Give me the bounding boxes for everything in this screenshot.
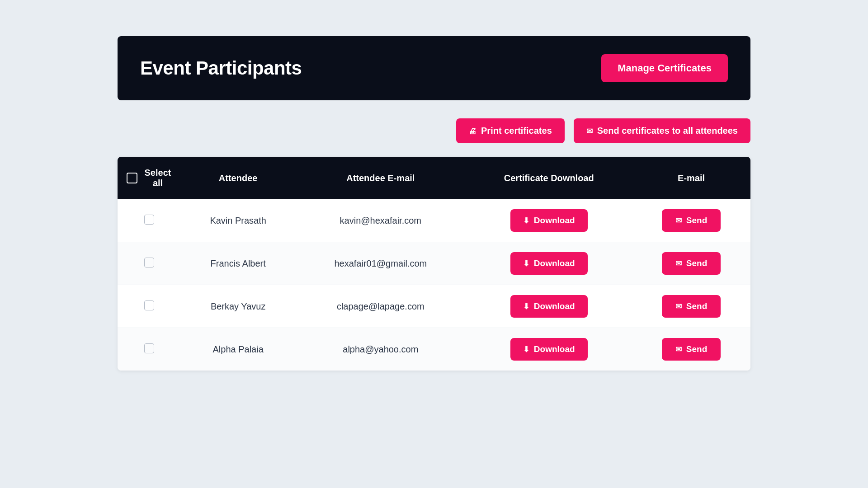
download-button-3[interactable]: Download: [510, 338, 588, 361]
attendee-name-cell: Francis Albert: [181, 242, 295, 285]
send-icon-2: [675, 301, 682, 311]
participants-table: Select all Attendee Attendee E-mail Cert…: [118, 157, 750, 371]
attendee-email-cell: alpha@yahoo.com: [295, 328, 466, 371]
row-checkbox-cell: [118, 285, 181, 328]
row-checkbox-3[interactable]: [144, 343, 154, 353]
download-label-1: Download: [534, 258, 575, 268]
attendee-name-cell: Berkay Yavuz: [181, 285, 295, 328]
print-btn-label: Print certificates: [481, 126, 552, 136]
send-label-0: Send: [686, 216, 707, 225]
table-row: Berkay Yavuz clapage@lapage.com Download…: [118, 285, 750, 328]
send-cell: Send: [632, 328, 750, 371]
send-button-2[interactable]: Send: [662, 295, 721, 318]
cert-download-column-header: Certificate Download: [466, 157, 632, 199]
table-row: Alpha Palaia alpha@yahoo.com Download Se…: [118, 328, 750, 371]
row-checkbox-0[interactable]: [144, 215, 154, 225]
download-label-2: Download: [534, 301, 575, 311]
download-icon-3: [523, 344, 529, 354]
send-button-1[interactable]: Send: [662, 252, 721, 275]
action-email-column-header: E-mail: [632, 157, 750, 199]
download-button-1[interactable]: Download: [510, 252, 588, 275]
print-icon: [469, 126, 476, 136]
download-icon-0: [523, 216, 529, 225]
download-cell: Download: [466, 242, 632, 285]
attendee-name-cell: Kavin Prasath: [181, 199, 295, 242]
send-button-0[interactable]: Send: [662, 209, 721, 232]
attendee-email-cell: hexafair01@gmail.com: [295, 242, 466, 285]
table-row: Kavin Prasath kavin@hexafair.com Downloa…: [118, 199, 750, 242]
email-column-header: Attendee E-mail: [295, 157, 466, 199]
send-all-certificates-button[interactable]: Send certificates to all attendees: [574, 118, 750, 143]
send-label-2: Send: [686, 301, 707, 311]
select-all-column-header: Select all: [118, 157, 181, 199]
row-checkbox-cell: [118, 242, 181, 285]
select-all-label: Select all: [144, 168, 172, 188]
send-label-3: Send: [686, 344, 707, 354]
attendee-column-header: Attendee: [181, 157, 295, 199]
send-icon-1: [675, 258, 682, 268]
download-button-0[interactable]: Download: [510, 209, 588, 232]
send-label-1: Send: [686, 258, 707, 268]
download-cell: Download: [466, 199, 632, 242]
attendee-name-cell: Alpha Palaia: [181, 328, 295, 371]
send-icon-0: [675, 216, 682, 225]
page-header: Event Participants Manage Certificates: [118, 36, 750, 100]
send-all-btn-label: Send certificates to all attendees: [597, 126, 738, 136]
attendee-email-cell: clapage@lapage.com: [295, 285, 466, 328]
table-row: Francis Albert hexafair01@gmail.com Down…: [118, 242, 750, 285]
download-icon-1: [523, 258, 529, 268]
download-cell: Download: [466, 285, 632, 328]
attendee-email-cell: kavin@hexafair.com: [295, 199, 466, 242]
page-title: Event Participants: [140, 57, 302, 79]
download-label-3: Download: [534, 344, 575, 354]
row-checkbox-2[interactable]: [144, 300, 154, 310]
send-button-3[interactable]: Send: [662, 338, 721, 361]
manage-certificates-button[interactable]: Manage Certificates: [601, 54, 728, 82]
action-buttons-row: Print certificates Send certificates to …: [118, 118, 750, 143]
table-header-row: Select all Attendee Attendee E-mail Cert…: [118, 157, 750, 199]
row-checkbox-cell: [118, 199, 181, 242]
download-button-2[interactable]: Download: [510, 295, 588, 318]
select-all-checkbox[interactable]: [127, 173, 137, 183]
send-cell: Send: [632, 285, 750, 328]
send-icon-3: [675, 344, 682, 354]
print-certificates-button[interactable]: Print certificates: [456, 118, 565, 143]
send-all-icon: [586, 126, 593, 136]
download-label-0: Download: [534, 216, 575, 225]
row-checkbox-cell: [118, 328, 181, 371]
row-checkbox-1[interactable]: [144, 258, 154, 267]
download-icon-2: [523, 301, 529, 311]
participants-table-container: Select all Attendee Attendee E-mail Cert…: [118, 157, 750, 371]
download-cell: Download: [466, 328, 632, 371]
send-cell: Send: [632, 199, 750, 242]
send-cell: Send: [632, 242, 750, 285]
